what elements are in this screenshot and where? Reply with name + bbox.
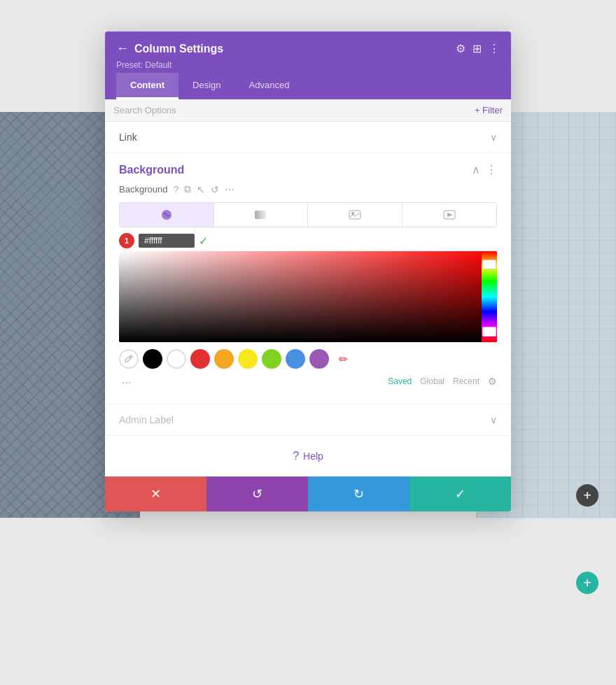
admin-chevron: ∨ bbox=[490, 414, 497, 425]
filter-button[interactable]: + Filter bbox=[475, 105, 503, 115]
help-icon: ? bbox=[293, 450, 299, 462]
more-icon[interactable]: ⋮ bbox=[489, 42, 500, 55]
bg-section-right: ∧ ⋮ bbox=[472, 163, 497, 176]
panel-tabs: Content Design Advanced bbox=[116, 73, 500, 99]
panel-header: ← Column Settings ⚙ ⊞ ⋮ Preset: Default … bbox=[105, 31, 511, 99]
bg-reset-icon[interactable]: ↺ bbox=[211, 184, 219, 195]
add-button-1[interactable]: + bbox=[576, 484, 598, 507]
swatch-purple[interactable] bbox=[309, 349, 329, 369]
hue-slider[interactable] bbox=[482, 251, 497, 342]
color-input-row: 1 ✓ bbox=[119, 227, 497, 251]
bg-label: Background bbox=[119, 184, 167, 195]
bg-question-icon[interactable]: ? bbox=[173, 184, 178, 195]
panel-preset: Preset: Default bbox=[116, 60, 500, 70]
search-bar: Search Options + Filter bbox=[105, 99, 511, 122]
color-type-tabs bbox=[119, 202, 497, 227]
swatch-yellow[interactable] bbox=[238, 349, 258, 369]
help-link[interactable]: Help bbox=[303, 451, 323, 462]
save-button[interactable]: ✓ bbox=[410, 476, 511, 511]
bg-section-title: Background bbox=[119, 164, 184, 176]
swatch-orange[interactable] bbox=[214, 349, 234, 369]
admin-label-section[interactable]: Admin Label ∨ bbox=[105, 404, 511, 436]
tab-content[interactable]: Content bbox=[116, 73, 178, 99]
color-tab-recent[interactable]: Recent bbox=[453, 376, 479, 386]
more-swatches-button[interactable]: ··· bbox=[119, 376, 134, 389]
gradient-dark bbox=[119, 251, 497, 342]
eyedropper-button[interactable] bbox=[119, 349, 139, 369]
swatch-black[interactable] bbox=[143, 349, 162, 369]
swatches-row: ✏ bbox=[119, 342, 497, 373]
color-tabs-row: Saved Global Recent ⚙ bbox=[388, 373, 497, 393]
color-settings-icon[interactable]: ⚙ bbox=[488, 376, 497, 387]
help-row: ? Help bbox=[105, 436, 511, 476]
panel-title-row: ← Column Settings bbox=[116, 41, 223, 56]
color-tab-gradient[interactable] bbox=[214, 203, 309, 227]
admin-label: Admin Label bbox=[119, 414, 174, 425]
reset-button[interactable]: ↺ bbox=[206, 476, 308, 511]
svg-rect-1 bbox=[255, 211, 266, 219]
add-button-2[interactable]: + bbox=[576, 572, 598, 594]
link-chevron: ∨ bbox=[490, 132, 497, 143]
gradient-canvas[interactable] bbox=[119, 251, 497, 342]
swatch-blue[interactable] bbox=[286, 349, 305, 369]
panel-body: Link ∨ Background ∧ ⋮ Background ? ⧉ ↖ ↺… bbox=[105, 122, 511, 476]
hue-thumb-bottom[interactable] bbox=[482, 327, 496, 337]
hue-thumb-top[interactable] bbox=[482, 260, 496, 269]
panel-header-top: ← Column Settings ⚙ ⊞ ⋮ bbox=[116, 41, 500, 56]
color-tab-saved[interactable]: Saved bbox=[388, 376, 412, 386]
swatch-red[interactable] bbox=[190, 349, 210, 369]
bg-dots-icon[interactable]: ⋯ bbox=[225, 184, 234, 195]
redo-button[interactable]: ↻ bbox=[308, 476, 410, 511]
svg-line-6 bbox=[130, 357, 131, 358]
columns-icon[interactable]: ⊞ bbox=[472, 42, 482, 55]
swatch-pencil[interactable]: ✏ bbox=[333, 349, 353, 369]
bg-label-row: Background ? ⧉ ↖ ↺ ⋯ bbox=[119, 183, 497, 195]
column-settings-panel: ← Column Settings ⚙ ⊞ ⋮ Preset: Default … bbox=[105, 31, 511, 511]
panel-header-icons: ⚙ ⊞ ⋮ bbox=[456, 42, 500, 55]
panel-title: Column Settings bbox=[134, 43, 223, 55]
color-tab-video[interactable] bbox=[402, 203, 497, 227]
color-hex-input[interactable] bbox=[139, 234, 195, 248]
color-tab-solid[interactable] bbox=[120, 203, 214, 227]
color-bottom-row: ··· Saved Global Recent ⚙ bbox=[119, 373, 497, 393]
tab-advanced[interactable]: Advanced bbox=[235, 73, 304, 99]
color-picker-area: 1 ✓ bbox=[119, 227, 497, 393]
swatch-green[interactable] bbox=[262, 349, 281, 369]
background-section: Background ∧ ⋮ Background ? ⧉ ↖ ↺ ⋯ bbox=[105, 153, 511, 404]
svg-point-3 bbox=[351, 212, 354, 215]
svg-marker-5 bbox=[447, 213, 453, 217]
color-confirm-icon[interactable]: ✓ bbox=[199, 234, 208, 248]
back-button[interactable]: ← bbox=[116, 41, 129, 56]
bg-cursor-icon[interactable]: ↖ bbox=[197, 184, 205, 195]
settings-icon[interactable]: ⚙ bbox=[456, 42, 465, 55]
bg-more[interactable]: ⋮ bbox=[486, 163, 497, 176]
link-title: Link bbox=[119, 132, 137, 143]
bg-chevron-up[interactable]: ∧ bbox=[472, 163, 480, 176]
panel-footer: ✕ ↺ ↻ ✓ bbox=[105, 476, 511, 511]
cancel-button[interactable]: ✕ bbox=[105, 476, 206, 511]
swatch-white[interactable] bbox=[167, 349, 186, 369]
bg-copy-icon[interactable]: ⧉ bbox=[184, 183, 191, 195]
bg-section-header: Background ∧ ⋮ bbox=[119, 153, 497, 183]
tab-design[interactable]: Design bbox=[178, 73, 234, 99]
color-tab-global[interactable]: Global bbox=[420, 376, 444, 386]
link-section[interactable]: Link ∨ bbox=[105, 122, 511, 153]
color-tab-image[interactable] bbox=[308, 203, 402, 227]
search-placeholder: Search Options bbox=[113, 105, 176, 115]
svg-rect-2 bbox=[349, 211, 360, 219]
color-number-badge: 1 bbox=[119, 233, 134, 248]
